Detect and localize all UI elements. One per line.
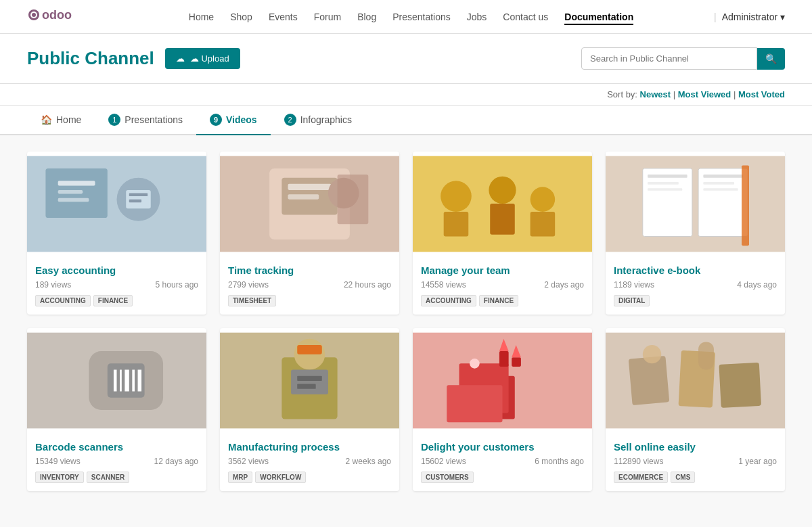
svg-rect-17: [288, 194, 319, 199]
card-meta: 15602 views 6 months ago: [421, 457, 584, 466]
card-title[interactable]: Barcode scanners: [35, 441, 198, 453]
card-title[interactable]: Sell online easily: [614, 441, 777, 453]
svg-rect-65: [643, 345, 661, 363]
tab-infographics[interactable]: 2 Infographics: [271, 106, 365, 135]
card-views: 112890 views: [614, 457, 663, 466]
sort-most-viewed[interactable]: Most Viewed: [678, 89, 731, 99]
card-time: 1 year ago: [738, 457, 777, 466]
card-tags: ACCOUNTINGFINANCE: [35, 295, 198, 306]
svg-rect-49: [291, 370, 328, 395]
tag: ACCOUNTING: [35, 295, 91, 306]
page-header: Public Channel ☁ ☁ Upload 🔍: [0, 34, 812, 84]
svg-point-47: [294, 339, 325, 370]
card-views: 3562 views: [228, 457, 269, 466]
card-title[interactable]: Delight your customers: [421, 441, 584, 453]
sort-newest[interactable]: Newest: [640, 89, 671, 99]
svg-rect-6: [58, 181, 95, 185]
card-body: Manufacturing process 3562 views 2 weeks…: [220, 433, 399, 491]
svg-point-22: [489, 177, 516, 204]
svg-rect-32: [648, 188, 682, 191]
upload-button[interactable]: ☁ ☁ Upload: [165, 48, 240, 69]
svg-rect-41: [120, 370, 122, 392]
nav-events[interactable]: Events: [269, 12, 298, 22]
card-tags: TIMESHEET: [228, 295, 391, 306]
upload-icon: ☁: [176, 53, 185, 64]
tab-videos-label: Videos: [226, 114, 257, 125]
nav-jobs[interactable]: Jobs: [467, 12, 487, 22]
card-title[interactable]: Time tracking: [228, 265, 391, 276]
svg-point-23: [531, 187, 556, 212]
svg-rect-64: [719, 363, 761, 408]
nav-presentations[interactable]: Presentations: [392, 12, 451, 22]
infographics-badge: 2: [284, 114, 296, 126]
card-thumbnail-customers: [413, 328, 592, 433]
tag: CMS: [671, 472, 695, 483]
card-time: 5 hours ago: [156, 280, 198, 290]
svg-rect-55: [447, 385, 502, 422]
card-body: Easy accounting 189 views 5 hours ago AC…: [27, 256, 206, 315]
card-time: 6 months ago: [535, 457, 584, 466]
card-meta: 189 views 5 hours ago: [35, 280, 198, 290]
svg-rect-44: [138, 370, 141, 392]
svg-point-21: [441, 181, 472, 212]
card-easy-accounting: Easy accounting 189 views 5 hours ago AC…: [27, 152, 206, 315]
svg-rect-48: [297, 345, 322, 354]
nav-blog[interactable]: Blog: [357, 12, 376, 22]
header-left: Public Channel ☁ ☁ Upload: [27, 48, 240, 69]
search-icon: 🔍: [765, 53, 777, 64]
card-body: Time tracking 2799 views 22 hours ago TI…: [220, 256, 399, 315]
card-tags: ECOMMERCECMS: [614, 472, 777, 483]
svg-rect-51: [297, 384, 315, 389]
main-content: Easy accounting 189 views 5 hours ago AC…: [0, 135, 812, 507]
svg-rect-10: [126, 190, 151, 208]
search-input[interactable]: [581, 47, 757, 70]
svg-rect-43: [132, 370, 135, 392]
svg-rect-12: [129, 200, 141, 203]
nav-forum[interactable]: Forum: [314, 12, 341, 22]
admin-dropdown[interactable]: Administrator ▾: [722, 12, 785, 22]
nav-contact[interactable]: Contact us: [503, 12, 548, 22]
svg-rect-8: [58, 198, 89, 202]
tab-home-label: Home: [56, 114, 81, 125]
card-tags: ACCOUNTINGFINANCE: [421, 295, 584, 306]
nav-home[interactable]: Home: [189, 12, 214, 22]
tag: SCANNER: [87, 472, 129, 483]
svg-rect-19: [338, 175, 369, 224]
tab-videos[interactable]: 9 Videos: [196, 106, 271, 135]
card-body: Barcode scanners 15349 views 12 days ago…: [27, 433, 206, 491]
svg-rect-25: [490, 204, 515, 235]
tag: TIMESHEET: [228, 295, 276, 306]
card-thumbnail-ebook: [606, 152, 785, 256]
svg-rect-26: [531, 212, 556, 237]
nav-documentation[interactable]: Documentation: [564, 12, 633, 25]
svg-rect-42: [125, 370, 129, 392]
card-time: 12 days ago: [154, 457, 198, 466]
svg-point-2: [32, 13, 36, 17]
home-icon: 🏠: [41, 114, 52, 125]
nav-links: Home Shop Events Forum Blog Presentation…: [108, 12, 714, 22]
card-meta: 2799 views 22 hours ago: [228, 280, 391, 290]
svg-rect-27: [606, 156, 785, 252]
card-title[interactable]: Manage your team: [421, 265, 584, 276]
card-barcode: Barcode scanners 15349 views 12 days ago…: [27, 328, 206, 491]
tab-home[interactable]: 🏠 Home: [27, 106, 95, 135]
card-views: 14558 views: [421, 280, 466, 290]
tag: FINANCE: [93, 295, 133, 306]
card-title[interactable]: Easy accounting: [35, 265, 198, 276]
svg-rect-29: [698, 168, 748, 237]
card-title[interactable]: Manufacturing process: [228, 441, 391, 453]
svg-rect-24: [444, 212, 469, 237]
tab-presentations-label: Presentations: [125, 114, 183, 125]
card-body: Sell online easily 112890 views 1 year a…: [606, 433, 785, 491]
divider: |: [714, 12, 717, 22]
svg-rect-33: [703, 175, 742, 178]
sort-most-voted[interactable]: Most Voted: [738, 89, 785, 99]
card-views: 15349 views: [35, 457, 81, 466]
card-tags: DIGITAL: [614, 295, 777, 306]
tab-presentations[interactable]: 1 Presentations: [95, 106, 196, 135]
card-meta: 1189 views 4 days ago: [614, 280, 777, 290]
search-button[interactable]: 🔍: [757, 48, 785, 70]
card-title[interactable]: Interactive e-book: [614, 265, 777, 276]
tag: FINANCE: [479, 295, 518, 306]
nav-shop[interactable]: Shop: [230, 12, 252, 22]
